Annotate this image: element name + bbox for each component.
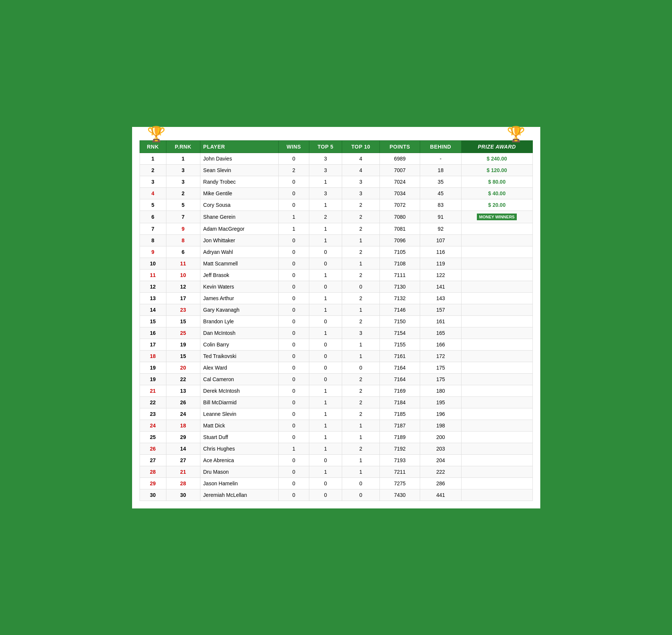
col-wins: WINS <box>278 140 309 153</box>
prnk-cell: 6 <box>166 246 200 258</box>
player-name-cell: Adam MacGregor <box>200 223 278 234</box>
rnk-cell: 28 <box>140 466 166 477</box>
rnk-cell: 22 <box>140 396 166 408</box>
wins-cell: 0 <box>278 396 309 408</box>
table-row: 11 10 Jeff Brasok 0 1 2 7111 122 <box>140 269 532 281</box>
rnk-cell: 18 <box>140 350 166 362</box>
player-name-cell: Shane Gerein <box>200 211 278 223</box>
prize-cell <box>461 350 532 362</box>
player-name-cell: Jason Hamelin <box>200 477 278 489</box>
top10-cell: 3 <box>342 187 379 199</box>
prize-cell: $ 40.00 <box>461 187 532 199</box>
prnk-cell: 29 <box>166 431 200 443</box>
player-name-cell: Stuart Duff <box>200 431 278 443</box>
behind-cell: 172 <box>420 350 462 362</box>
prize-cell <box>461 420 532 431</box>
prnk-cell: 22 <box>166 373 200 385</box>
top5-cell: 0 <box>309 454 342 466</box>
table-row: 24 18 Matt Dick 0 1 1 7187 198 <box>140 420 532 431</box>
prnk-cell: 20 <box>166 362 200 373</box>
wins-cell: 0 <box>278 246 309 258</box>
table-row: 27 27 Ace Abrenica 0 0 1 7193 204 <box>140 454 532 466</box>
behind-cell: 198 <box>420 420 462 431</box>
points-cell: 7150 <box>379 315 420 327</box>
prize-cell <box>461 443 532 454</box>
wins-cell: 2 <box>278 164 309 176</box>
top10-cell: 0 <box>342 362 379 373</box>
table-row: 21 13 Derek McIntosh 0 1 2 7169 180 <box>140 385 532 396</box>
wins-cell: 1 <box>278 443 309 454</box>
prnk-cell: 1 <box>166 153 200 164</box>
top10-cell: 3 <box>342 176 379 187</box>
table-row: 2 3 Sean Slevin 2 3 4 7007 18 $ 120.00 <box>140 164 532 176</box>
points-cell: 7108 <box>379 258 420 269</box>
points-cell: 7130 <box>379 281 420 292</box>
prnk-cell: 26 <box>166 396 200 408</box>
prize-cell <box>461 327 532 339</box>
rnk-cell: 13 <box>140 292 166 304</box>
rnk-cell: 5 <box>140 199 166 211</box>
points-cell: 7164 <box>379 362 420 373</box>
wins-cell: 0 <box>278 199 309 211</box>
points-cell: 7275 <box>379 477 420 489</box>
points-cell: 7185 <box>379 408 420 420</box>
table-row: 12 12 Kevin Waters 0 0 0 7130 141 <box>140 281 532 292</box>
prize-cell <box>461 408 532 420</box>
points-cell: 7024 <box>379 176 420 187</box>
prnk-cell: 14 <box>166 443 200 454</box>
rnk-cell: 30 <box>140 489 166 501</box>
points-cell: 7187 <box>379 420 420 431</box>
top10-cell: 1 <box>342 350 379 362</box>
top5-cell: 0 <box>309 350 342 362</box>
top5-cell: 1 <box>309 396 342 408</box>
top5-cell: 1 <box>309 304 342 315</box>
rnk-cell: 14 <box>140 304 166 315</box>
player-name-cell: Chris Hughes <box>200 443 278 454</box>
col-top5: TOP 5 <box>309 140 342 153</box>
player-name-cell: Mike Gentile <box>200 187 278 199</box>
rnk-cell: 3 <box>140 176 166 187</box>
prnk-cell: 8 <box>166 234 200 246</box>
top10-cell: 1 <box>342 304 379 315</box>
behind-cell: 222 <box>420 466 462 477</box>
top10-cell: 1 <box>342 454 379 466</box>
wins-cell: 0 <box>278 477 309 489</box>
wins-cell: 0 <box>278 385 309 396</box>
player-name-cell: Ace Abrenica <box>200 454 278 466</box>
prnk-cell: 28 <box>166 477 200 489</box>
player-name-cell: Dru Mason <box>200 466 278 477</box>
table-row: 19 22 Cal Cameron 0 0 2 7164 175 <box>140 373 532 385</box>
rnk-cell: 12 <box>140 281 166 292</box>
prnk-cell: 18 <box>166 420 200 431</box>
top5-cell: 0 <box>309 477 342 489</box>
wins-cell: 0 <box>278 315 309 327</box>
main-container: 🏆 🏆 RNK P.RNK PLAYER WINS TOP 5 TOP 10 P… <box>131 126 541 510</box>
table-row: 26 14 Chris Hughes 1 1 2 7192 203 <box>140 443 532 454</box>
wins-cell: 0 <box>278 304 309 315</box>
player-name-cell: James Arthur <box>200 292 278 304</box>
rnk-cell: 9 <box>140 246 166 258</box>
wins-cell: 0 <box>278 339 309 350</box>
points-cell: 7192 <box>379 443 420 454</box>
behind-cell: 107 <box>420 234 462 246</box>
top10-cell: 2 <box>342 211 379 223</box>
prnk-cell: 24 <box>166 408 200 420</box>
behind-cell: 157 <box>420 304 462 315</box>
wins-cell: 1 <box>278 223 309 234</box>
table-row: 6 7 Shane Gerein 1 2 2 7080 91 MONEY WIN… <box>140 211 532 223</box>
table-row: 16 25 Dan McIntosh 0 1 3 7154 165 <box>140 327 532 339</box>
prnk-cell: 15 <box>166 315 200 327</box>
wins-cell: 0 <box>278 454 309 466</box>
table-row: 4 2 Mike Gentile 0 3 3 7034 45 $ 40.00 <box>140 187 532 199</box>
rnk-cell: 24 <box>140 420 166 431</box>
points-cell: 7184 <box>379 396 420 408</box>
rnk-cell: 19 <box>140 362 166 373</box>
top10-cell: 1 <box>342 234 379 246</box>
points-cell: 7189 <box>379 431 420 443</box>
player-name-cell: Cory Sousa <box>200 199 278 211</box>
prnk-cell: 25 <box>166 327 200 339</box>
behind-cell: 180 <box>420 385 462 396</box>
wins-cell: 0 <box>278 281 309 292</box>
rnk-cell: 25 <box>140 431 166 443</box>
standings-table: RNK P.RNK PLAYER WINS TOP 5 TOP 10 POINT… <box>140 140 533 501</box>
